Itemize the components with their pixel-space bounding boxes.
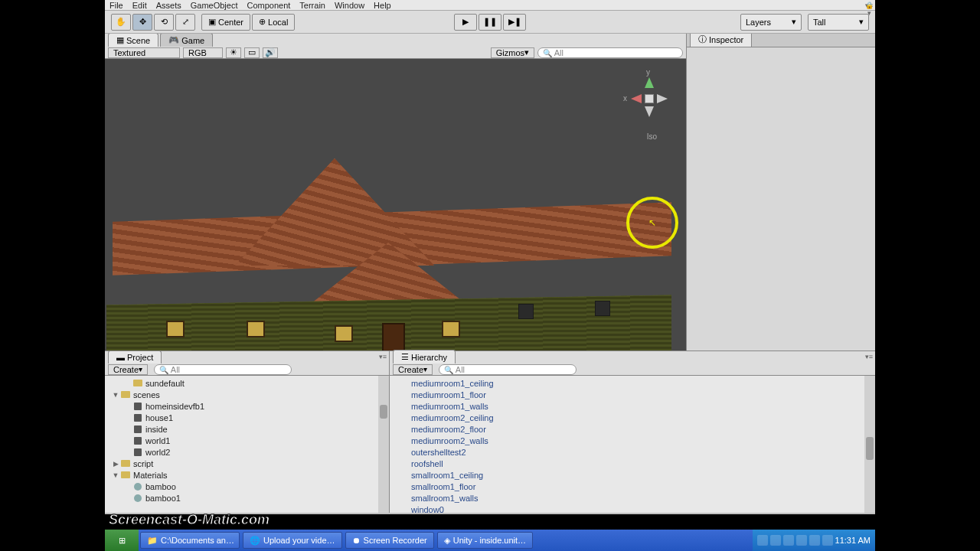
taskbar-item[interactable]: 📁C:\Documents an…: [140, 532, 240, 549]
project-search[interactable]: 🔍 All: [154, 364, 292, 375]
tree-label: sundefault: [145, 379, 185, 388]
unity-scene-icon: [134, 448, 142, 456]
menu-terrain[interactable]: Terrain: [299, 1, 325, 10]
step-button[interactable]: ▶❚: [503, 14, 526, 31]
scene-search[interactable]: 🔍 All: [537, 47, 683, 58]
tree-item[interactable]: inside: [105, 423, 389, 435]
hierarchy-scrollbar[interactable]: [864, 376, 875, 513]
twisty-icon[interactable]: ▼: [111, 391, 120, 399]
inspector-menu[interactable]: 🔒▾: [864, 2, 874, 9]
tree-item[interactable]: sundefault: [105, 377, 389, 389]
tab-game[interactable]: 🎮Game: [160, 33, 213, 47]
rotate-tool[interactable]: ⟲: [154, 14, 174, 31]
tree-item[interactable]: bamboo: [105, 481, 389, 492]
tree-item[interactable]: world1: [105, 435, 389, 446]
move-tool[interactable]: ✥: [132, 14, 152, 31]
project-scrollbar[interactable]: [378, 376, 389, 513]
project-create[interactable]: Create ▾: [108, 364, 148, 375]
taskbar-item[interactable]: 🌐Upload your vide…: [243, 532, 342, 549]
sky-toggle[interactable]: ▭: [244, 47, 260, 58]
center-icon: ▣: [208, 17, 216, 27]
tree-item[interactable]: house1: [105, 412, 389, 423]
tab-project[interactable]: ▬Project: [108, 350, 162, 364]
layers-dropdown[interactable]: Layers▾: [740, 14, 802, 31]
menu-window[interactable]: Window: [335, 1, 364, 10]
chevron-down-icon: ▾: [524, 47, 529, 57]
start-button[interactable]: ⊞: [105, 530, 139, 551]
projection-label[interactable]: Iso: [647, 132, 657, 141]
scene-viewport[interactable]: ↖ y x Iso: [105, 59, 686, 350]
clock[interactable]: 11:31 AM: [835, 536, 871, 545]
menu-edit[interactable]: Edit: [132, 1, 147, 10]
axis-gizmo[interactable]: y x: [625, 67, 671, 135]
hierarchy-item[interactable]: mediumroom2_ceiling: [390, 412, 875, 423]
twisty-icon[interactable]: ▼: [111, 471, 120, 479]
tab-hierarchy[interactable]: ☰Hierarchy: [393, 350, 456, 364]
twisty-icon[interactable]: ▶: [111, 460, 120, 468]
tray-icon[interactable]: [822, 535, 833, 546]
hierarchy-item[interactable]: smallroom1_floor: [390, 481, 875, 492]
hierarchy-menu[interactable]: ▾≡: [864, 353, 874, 360]
tray-icon[interactable]: [757, 535, 768, 546]
tray-icon[interactable]: [783, 535, 794, 546]
pause-button[interactable]: ❚❚: [479, 14, 501, 31]
hierarchy-create[interactable]: Create ▾: [393, 364, 433, 375]
project-tree[interactable]: sundefault▼sceneshomeinsidevfb1house1ins…: [105, 376, 389, 513]
color-mode-dropdown[interactable]: RGB: [183, 47, 223, 58]
light-toggle[interactable]: ☀: [226, 47, 241, 58]
cursor-highlight: ↖: [626, 197, 678, 249]
hierarchy-item[interactable]: mediumroom1_walls: [390, 400, 875, 412]
taskbar-item[interactable]: ◈Unity - inside.unit…: [437, 532, 533, 549]
tree-item[interactable]: ▼scenes: [105, 389, 389, 400]
sun-icon: ☀: [230, 47, 237, 57]
windows-icon: ⊞: [119, 536, 126, 546]
tree-item[interactable]: bamboo1: [105, 492, 389, 504]
tree-item[interactable]: homeinsidevfb1: [105, 400, 389, 412]
tray-icon[interactable]: [796, 535, 807, 546]
tree-item[interactable]: world2: [105, 446, 389, 458]
scale-icon: ⤢: [182, 17, 189, 27]
taskbar-item[interactable]: ⏺Screen Recorder: [345, 532, 434, 549]
layout-dropdown[interactable]: Tall▾: [808, 14, 869, 31]
render-mode-dropdown[interactable]: Textured: [108, 47, 180, 58]
tree-label: bamboo: [145, 482, 176, 491]
hierarchy-item[interactable]: mediumroom2_floor: [390, 423, 875, 435]
hierarchy-item[interactable]: window0: [390, 504, 875, 513]
folder-icon: [121, 460, 130, 467]
hierarchy-item[interactable]: outershelltest2: [390, 446, 875, 458]
audio-toggle[interactable]: 🔊: [263, 47, 278, 58]
hierarchy-item[interactable]: smallroom1_walls: [390, 492, 875, 504]
project-menu[interactable]: ▾≡: [378, 353, 387, 360]
tree-item[interactable]: ▼Materials: [105, 469, 389, 481]
tree-item[interactable]: ▶script: [105, 458, 389, 469]
play-button[interactable]: ▶: [454, 14, 477, 31]
scale-tool[interactable]: ⤢: [175, 14, 195, 31]
gizmos-dropdown[interactable]: Gizmos ▾: [491, 47, 534, 58]
pivot-toggle[interactable]: ▣Center: [201, 14, 250, 31]
hierarchy-item[interactable]: roofshell: [390, 458, 875, 469]
hierarchy-item[interactable]: mediumroom1_floor: [390, 389, 875, 400]
hierarchy-item[interactable]: mediumroom2_walls: [390, 435, 875, 446]
menu-assets[interactable]: Assets: [156, 1, 181, 10]
folder-icon: [121, 471, 130, 478]
hierarchy-search[interactable]: 🔍 All: [439, 364, 577, 375]
hierarchy-item[interactable]: smallroom1_ceiling: [390, 469, 875, 481]
menu-file[interactable]: File: [109, 1, 123, 10]
tree-label: homeinsidevfb1: [145, 402, 204, 411]
move-icon: ✥: [139, 17, 146, 27]
scene-icon: ▦: [116, 35, 124, 45]
folder-icon: ▬: [116, 353, 125, 362]
handle-toggle[interactable]: ⊕Local: [252, 14, 295, 31]
hand-tool[interactable]: ✋: [111, 14, 131, 31]
tray-icon[interactable]: [809, 535, 820, 546]
tray-icon[interactable]: [770, 535, 781, 546]
hierarchy-tree[interactable]: mediumroom1_ceilingmediumroom1_floormedi…: [390, 376, 875, 513]
menu-help[interactable]: Help: [374, 1, 391, 10]
menu-gameobject[interactable]: GameObject: [191, 1, 238, 10]
tab-scene[interactable]: ▦Scene: [108, 33, 158, 47]
menu-component[interactable]: Component: [247, 1, 290, 10]
hierarchy-item[interactable]: mediumroom1_ceiling: [390, 377, 875, 389]
system-tray[interactable]: 11:31 AM: [753, 530, 875, 551]
tab-inspector[interactable]: ⓘInspector: [690, 31, 752, 47]
inspector-body: [687, 47, 875, 350]
